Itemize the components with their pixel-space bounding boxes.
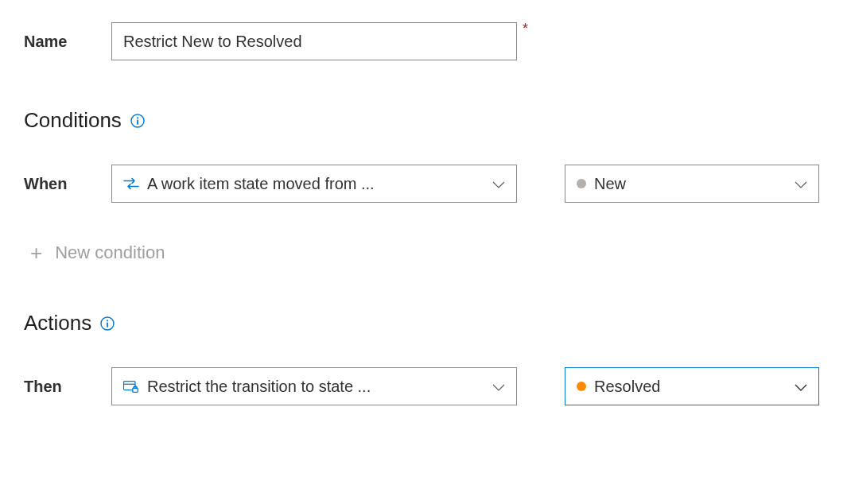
actions-heading-text: Actions [24, 311, 91, 335]
then-row: Then Restrict the transition to state ..… [24, 367, 827, 405]
chevron-down-icon [795, 175, 807, 193]
svg-rect-2 [137, 119, 138, 124]
state-dot-new [577, 179, 586, 188]
add-condition-label: New condition [55, 242, 165, 263]
svg-point-1 [137, 117, 138, 118]
name-input-wrap: * [111, 22, 517, 60]
then-label: Then [24, 378, 95, 396]
actions-heading: Actions [24, 311, 827, 335]
when-label: When [24, 175, 95, 193]
when-row: When A work item state moved from ... Ne… [24, 165, 827, 203]
action-state-text: Resolved [594, 378, 660, 396]
add-condition-button[interactable]: + New condition [30, 242, 827, 263]
action-state-dropdown[interactable]: Resolved [565, 367, 819, 405]
conditions-heading: Conditions [24, 108, 827, 133]
condition-type-text: A work item state moved from ... [147, 175, 375, 193]
actions-section: Actions Then Restrict the transition to … [24, 311, 827, 405]
conditions-section: Conditions When A work item state moved … [24, 108, 827, 263]
arrows-icon [123, 176, 139, 192]
name-row: Name * [24, 22, 827, 60]
condition-state-text: New [594, 175, 626, 193]
chevron-down-icon [492, 378, 505, 396]
svg-rect-8 [133, 388, 138, 392]
chevron-down-icon [795, 378, 807, 396]
plus-icon: + [30, 242, 42, 263]
condition-type-dropdown[interactable]: A work item state moved from ... [111, 165, 517, 203]
svg-point-4 [107, 320, 108, 321]
info-icon[interactable] [99, 316, 115, 331]
condition-state-dropdown[interactable]: New [565, 165, 819, 203]
action-type-text: Restrict the transition to state ... [147, 378, 371, 396]
name-label: Name [24, 33, 95, 51]
action-type-dropdown[interactable]: Restrict the transition to state ... [111, 367, 517, 405]
chevron-down-icon [492, 175, 505, 193]
svg-rect-5 [107, 322, 108, 327]
conditions-heading-text: Conditions [24, 108, 122, 133]
info-icon[interactable] [130, 113, 146, 129]
required-asterisk: * [523, 21, 528, 37]
name-input[interactable] [111, 22, 517, 60]
state-dot-resolved [577, 382, 586, 391]
restrict-lock-icon [123, 378, 139, 394]
